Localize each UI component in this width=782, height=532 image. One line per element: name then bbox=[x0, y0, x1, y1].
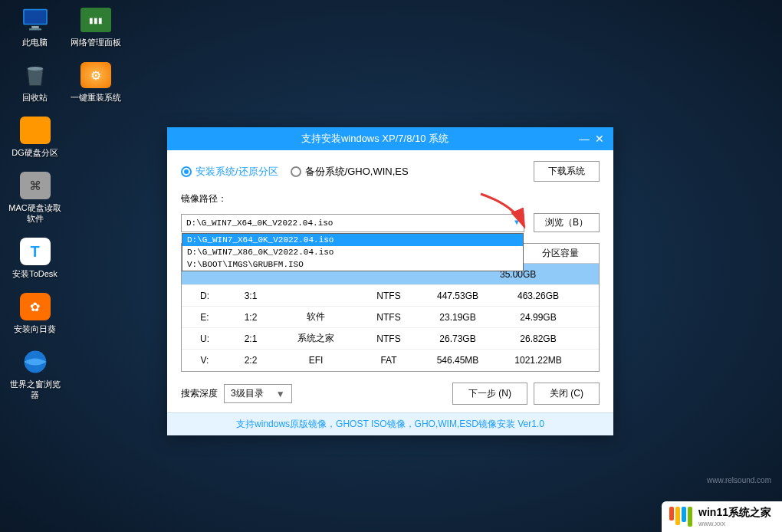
radio-backup[interactable]: 备份系统/GHO,WIN,ES bbox=[291, 165, 409, 179]
sunflower-icon: ✿ bbox=[18, 293, 52, 320]
icon-label: 一键重装系统 bbox=[67, 92, 124, 103]
cell-number: 3:1 bbox=[228, 291, 274, 301]
image-path-label: 镜像路径： bbox=[181, 192, 600, 205]
window-title: 支持安装windows XP/7/8/10 系统 bbox=[173, 132, 577, 146]
svg-rect-2 bbox=[31, 26, 39, 28]
network-icon: ▮▮▮ bbox=[79, 6, 113, 34]
svg-rect-1 bbox=[24, 10, 46, 23]
close-window-button[interactable]: 关闭 (C) bbox=[534, 383, 600, 405]
desktop-icon-todesk[interactable]: T 安装ToDesk bbox=[6, 238, 64, 279]
watermark-badge: win11系统之家 www.xxx bbox=[662, 501, 782, 532]
mode-radio-group: 安装系统/还原分区 备份系统/GHO,WIN,ES 下载系统 bbox=[181, 161, 600, 182]
icon-label: 世界之窗浏览器 bbox=[6, 379, 64, 400]
title-bar: 支持安装windows XP/7/8/10 系统 — ✕ bbox=[167, 127, 613, 150]
col-capacity: 分区容量 bbox=[527, 247, 594, 260]
search-depth-label: 搜索深度 bbox=[181, 387, 218, 400]
desktop-icon-mac-disk[interactable]: ⌘ MAC硬盘读取软件 bbox=[6, 172, 64, 224]
watermark-url: www.relsound.com bbox=[707, 476, 771, 484]
cell-free: 23.19GB bbox=[419, 312, 496, 323]
watermark-sub: www.xxx bbox=[698, 520, 771, 527]
gear-icon: ⚙ bbox=[79, 61, 113, 89]
icon-label: 回收站 bbox=[6, 92, 64, 103]
table-row[interactable]: D: 3:1 NTFS 447.53GB 463.26GB bbox=[182, 285, 599, 307]
cell-number: 2:2 bbox=[228, 355, 274, 366]
cell-capacity: 24.99GB bbox=[496, 312, 580, 323]
radio-install-restore[interactable]: 安装系统/还原分区 bbox=[181, 165, 278, 179]
radio-label: 安装系统/还原分区 bbox=[196, 165, 278, 179]
chevron-down-icon: ▼ bbox=[514, 218, 519, 227]
close-button[interactable]: ✕ bbox=[592, 131, 607, 146]
desktop-icon-this-pc[interactable]: 此电脑 bbox=[6, 6, 64, 48]
chevron-down-icon: ▼ bbox=[276, 389, 285, 399]
select-value: 3级目录 bbox=[231, 387, 264, 400]
icon-label: 安装ToDesk bbox=[6, 268, 64, 279]
dropdown-item[interactable]: D:\G_WIN7_X64_0K_V2022.04.iso bbox=[182, 234, 523, 246]
cell-fs: NTFS bbox=[358, 291, 419, 301]
cell-drive: V: bbox=[182, 355, 228, 366]
windows-logo-icon bbox=[669, 507, 692, 527]
cell-drive: D: bbox=[182, 291, 228, 301]
icon-label: 安装向日葵 bbox=[6, 323, 64, 334]
desktop-icon-browser[interactable]: 世界之窗浏览器 bbox=[6, 348, 64, 400]
cell-free: 26.73GB bbox=[419, 333, 496, 344]
combo-value: D:\G_WIN7_X64_0K_V2022.04.iso bbox=[186, 218, 333, 228]
cell-number: 2:1 bbox=[228, 333, 274, 344]
radio-label: 备份系统/GHO,WIN,ES bbox=[305, 165, 409, 179]
desktop-icons-area: 此电脑 回收站 DG硬盘分区 ⌘ MAC硬盘读取软件 T 安装ToDesk ✿ … bbox=[6, 6, 129, 414]
table-row[interactable]: E: 1:2 软件 NTFS 23.19GB 24.99GB bbox=[182, 307, 599, 328]
dg-icon bbox=[18, 117, 52, 144]
icon-label: MAC硬盘读取软件 bbox=[6, 202, 64, 224]
trash-icon bbox=[18, 61, 52, 89]
cell-drive: E: bbox=[182, 312, 228, 323]
desktop-icon-sunflower[interactable]: ✿ 安装向日葵 bbox=[6, 293, 64, 334]
footer-note: 支持windows原版镜像，GHOST ISO镜像，GHO,WIM,ESD镜像安… bbox=[167, 412, 613, 435]
dropdown-item[interactable]: V:\BOOT\IMGS\GRUBFM.ISO bbox=[182, 258, 523, 271]
minimize-button[interactable]: — bbox=[577, 131, 592, 146]
icon-label: 此电脑 bbox=[6, 37, 64, 48]
image-path-dropdown: D:\G_WIN7_X64_0K_V2022.04.iso D:\G_WIN7_… bbox=[182, 233, 524, 271]
download-system-button[interactable]: 下载系统 bbox=[534, 161, 600, 182]
svg-point-4 bbox=[27, 67, 42, 71]
window-body: 安装系统/还原分区 备份系统/GHO,WIN,ES 下载系统 镜像路径： D:\… bbox=[167, 150, 613, 412]
icon-label: 网络管理面板 bbox=[67, 37, 124, 48]
cell-free: 447.53GB bbox=[419, 291, 496, 301]
cell-drive: U: bbox=[182, 333, 228, 344]
todesk-icon: T bbox=[18, 238, 52, 265]
cell-capacity: 26.82GB bbox=[496, 333, 580, 344]
table-row[interactable]: V: 2:2 EFI FAT 546.45MB 1021.22MB bbox=[182, 350, 599, 371]
cell-fs: NTFS bbox=[358, 312, 419, 323]
desktop-icon-network-panel[interactable]: ▮▮▮ 网络管理面板 bbox=[67, 6, 124, 48]
dropdown-item[interactable]: D:\G_WIN7_X86_0K_V2022.04.iso bbox=[182, 246, 523, 258]
mac-disk-icon: ⌘ bbox=[18, 172, 52, 199]
desktop-icon-recycle-bin[interactable]: 回收站 bbox=[6, 61, 64, 103]
installer-window: 支持安装windows XP/7/8/10 系统 — ✕ 安装系统/还原分区 备… bbox=[167, 127, 613, 435]
cell-label: 系统之家 bbox=[274, 332, 358, 345]
watermark-text: win11系统之家 bbox=[698, 506, 771, 520]
cell-label: 软件 bbox=[274, 310, 358, 323]
image-path-combobox[interactable]: D:\G_WIN7_X64_0K_V2022.04.iso ▼ D:\G_WIN… bbox=[181, 214, 524, 232]
bottom-controls: 搜索深度 3级目录 ▼ 下一步 (N) 关闭 (C) bbox=[181, 383, 600, 405]
radio-icon bbox=[291, 166, 301, 177]
cell-fs: FAT bbox=[358, 355, 419, 366]
cell-fs: NTFS bbox=[358, 333, 419, 344]
cell-capacity: 1021.22MB bbox=[496, 355, 580, 366]
globe-icon bbox=[18, 348, 52, 376]
desktop-icon-reinstall[interactable]: ⚙ 一键重装系统 bbox=[67, 61, 124, 103]
cell-free: 546.45MB bbox=[419, 355, 496, 366]
desktop-icon-dg-partition[interactable]: DG硬盘分区 bbox=[6, 117, 64, 158]
cell-number: 1:2 bbox=[228, 312, 274, 323]
svg-rect-3 bbox=[29, 28, 41, 30]
next-button[interactable]: 下一步 (N) bbox=[452, 383, 527, 405]
browse-button[interactable]: 浏览（B） bbox=[534, 213, 600, 232]
cell-capacity: 463.26GB bbox=[496, 291, 580, 301]
icon-label: DG硬盘分区 bbox=[6, 147, 64, 158]
radio-icon bbox=[181, 166, 192, 177]
cell-label: EFI bbox=[274, 355, 358, 366]
monitor-icon bbox=[18, 6, 52, 34]
search-depth-select[interactable]: 3级目录 ▼ bbox=[224, 384, 292, 403]
table-row[interactable]: U: 2:1 系统之家 NTFS 26.73GB 26.82GB bbox=[182, 328, 599, 350]
